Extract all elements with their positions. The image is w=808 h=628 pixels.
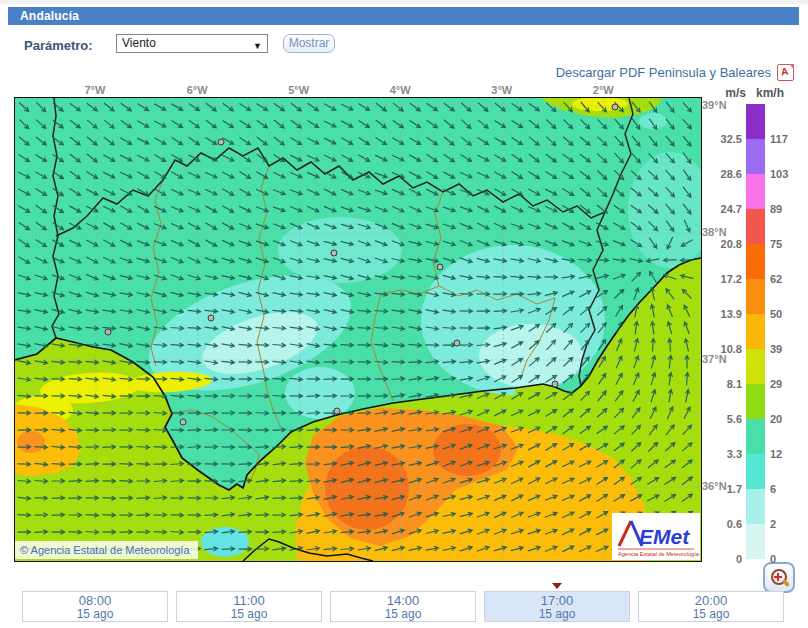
legend-ms-value: 17.2	[698, 272, 742, 286]
legend-ms-value: 28.6	[698, 167, 742, 181]
legend-ms-value: 0.6	[698, 517, 742, 531]
time-cell-20:00[interactable]: 20:0015 ago	[638, 591, 784, 622]
parameter-label: Parámetro:	[24, 38, 93, 53]
legend-ms-value: 24.7	[698, 202, 742, 216]
wind-map-canvas	[15, 98, 701, 561]
legend-kmh-value: 103	[770, 167, 806, 181]
legend-color-segment	[746, 524, 765, 559]
aemet-logo: EMet Agencia Estatal de Meteorología	[612, 513, 700, 560]
lon-label-7°W: 7°W	[75, 84, 115, 96]
chevron-down-icon: ▼	[253, 38, 262, 55]
wind-map-frame: © Agencia Estatal de Meteorología EMet A…	[14, 97, 702, 562]
legend-kmh-value: 20	[770, 412, 806, 426]
legend-kmh-value: 75	[770, 237, 806, 251]
aemet-logo-graphic: EMet Agencia Estatal de Meteorología	[612, 513, 700, 560]
wind-map-image	[15, 98, 701, 565]
legend-ms-value: 10.8	[698, 342, 742, 356]
legend-kmh-value: 12	[770, 447, 806, 461]
strait-cyan-spot	[201, 527, 249, 557]
parameter-select-value: Viento	[122, 36, 156, 50]
legend-ms-value: 0	[698, 552, 742, 566]
aemet-wind-page: Andalucía Parámetro: Viento ▼ Mostrar De…	[0, 0, 808, 628]
show-button[interactable]: Mostrar	[283, 34, 335, 53]
legend-ms-value: 8.1	[698, 377, 742, 391]
legend-ms-value: 3.3	[698, 447, 742, 461]
time-cell-11:00[interactable]: 11:0015 ago	[176, 591, 322, 622]
legend-color-segment	[746, 139, 765, 174]
legend-kmh-value: 117	[770, 132, 806, 146]
lon-label-6°W: 6°W	[177, 84, 217, 96]
orange-core-west	[325, 446, 409, 530]
legend-kmh-value: 39	[770, 342, 806, 356]
legend-kmh-value: 50	[770, 307, 806, 321]
legend-unit-ms: m/s	[710, 86, 746, 100]
legend-ms-value: 20.8	[698, 237, 742, 251]
svg-text:EMet: EMet	[639, 525, 690, 548]
region-title-bar: Andalucía	[8, 7, 799, 25]
parameter-select[interactable]: Viento ▼	[116, 34, 268, 53]
legend-color-segment	[746, 104, 765, 139]
map-zoom-button[interactable]	[763, 562, 795, 593]
legend-kmh-value: 2	[770, 517, 806, 531]
lon-label-2°W: 2°W	[583, 84, 623, 96]
legend-color-segment	[746, 454, 765, 489]
legend-kmh-value: 0	[770, 552, 806, 566]
legend-color-segment	[746, 174, 765, 209]
time-cell-14:00[interactable]: 14:0015 ago	[330, 591, 476, 622]
top-strip	[0, 0, 808, 4]
svg-text:Agencia Estatal de Meteorologí: Agencia Estatal de Meteorología	[618, 551, 700, 557]
lon-label-5°W: 5°W	[279, 84, 319, 96]
pdf-download-link[interactable]: Descargar PDF Peninsula y Baleares	[556, 65, 771, 80]
legend-ms-value: 1.7	[698, 482, 742, 496]
lon-label-4°W: 4°W	[380, 84, 420, 96]
legend-ms-value: 32.5	[698, 132, 742, 146]
legend-color-segment	[746, 244, 765, 279]
legend-kmh-value: 89	[770, 202, 806, 216]
lon-label-3°W: 3°W	[482, 84, 522, 96]
pdf-download-row: Descargar PDF Peninsula y Baleares A	[556, 64, 794, 81]
legend-color-segment	[746, 489, 765, 524]
legend-kmh-value: 29	[770, 377, 806, 391]
legend-color-segment	[746, 209, 765, 244]
time-cell-08:00[interactable]: 08:0015 ago	[22, 591, 168, 622]
legend-color-segment	[746, 349, 765, 384]
wind-speed-legend	[746, 104, 765, 559]
legend-color-segment	[746, 314, 765, 349]
legend-ms-value: 13.9	[698, 307, 742, 321]
legend-unit-kmh: km/h	[756, 86, 798, 100]
page-title: Andalucía	[20, 9, 79, 23]
pdf-icon[interactable]: A	[777, 64, 794, 81]
legend-color-segment	[746, 384, 765, 419]
legend-color-segment	[746, 419, 765, 454]
legend-color-segment	[746, 279, 765, 314]
map-copyright: © Agencia Estatal de Meteorología	[15, 541, 198, 559]
legend-kmh-value: 6	[770, 482, 806, 496]
selected-time-marker	[552, 583, 562, 589]
legend-ms-value: 5.6	[698, 412, 742, 426]
legend-kmh-value: 62	[770, 272, 806, 286]
lat-label-39°N: 39°N	[702, 99, 738, 111]
time-cell-17:00[interactable]: 17:0015 ago	[484, 591, 630, 622]
